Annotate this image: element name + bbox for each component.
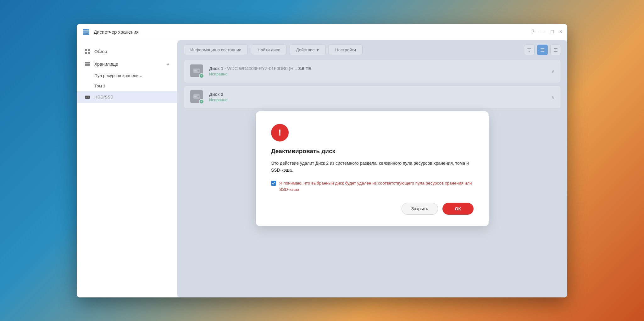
sidebar-item-hdd[interactable]: HDD/SSD bbox=[77, 91, 177, 103]
app-window: Диспетчер хранения ? — □ × Обзор bbox=[77, 24, 567, 297]
app-title: Диспетчер хранения bbox=[94, 29, 531, 35]
close-button[interactable]: × bbox=[559, 29, 562, 34]
sidebar: Обзор Хранилище ∧ Пул ресурсов хранени..… bbox=[77, 40, 177, 297]
svg-point-3 bbox=[88, 29, 88, 30]
svg-rect-10 bbox=[85, 64, 90, 66]
help-button[interactable]: ? bbox=[531, 29, 534, 34]
svg-rect-2 bbox=[83, 33, 89, 35]
svg-rect-7 bbox=[85, 52, 87, 54]
sidebar-hdd-label: HDD/SSD bbox=[94, 95, 114, 99]
svg-rect-5 bbox=[85, 49, 87, 51]
dialog-checkbox-label: Я понимаю, что выбранный диск будет удал… bbox=[279, 180, 474, 193]
dialog-overlay: ! Деактивировать диск Это действие удали… bbox=[177, 40, 567, 297]
sidebar-overview-label: Обзор bbox=[94, 49, 107, 54]
overview-icon bbox=[84, 48, 91, 55]
svg-point-12 bbox=[88, 97, 89, 98]
svg-rect-9 bbox=[85, 62, 90, 64]
sidebar-pool-label: Пул ресурсов хранени... bbox=[94, 73, 142, 78]
hdd-icon bbox=[84, 94, 91, 100]
window-controls: ? — □ × bbox=[531, 29, 562, 34]
svg-rect-8 bbox=[88, 52, 90, 54]
dialog-buttons: Закрыть ОК bbox=[271, 203, 474, 215]
right-panel: Информация о состоянии Найти диск Действ… bbox=[177, 40, 567, 297]
dialog-checkbox-row: Я понимаю, что выбранный диск будет удал… bbox=[271, 180, 474, 193]
storage-icon bbox=[84, 61, 91, 67]
storage-chevron-icon: ∧ bbox=[167, 62, 169, 66]
main-content: Обзор Хранилище ∧ Пул ресурсов хранени..… bbox=[77, 40, 567, 297]
svg-rect-6 bbox=[88, 49, 90, 51]
minimize-button[interactable]: — bbox=[540, 29, 545, 34]
svg-point-4 bbox=[88, 31, 88, 32]
sidebar-volume-label: Том 1 bbox=[94, 84, 105, 88]
sidebar-item-overview[interactable]: Обзор bbox=[77, 45, 177, 58]
sidebar-item-pool[interactable]: Пул ресурсов хранени... bbox=[77, 70, 177, 81]
app-icon bbox=[82, 27, 91, 36]
dialog: ! Деактивировать диск Это действие удали… bbox=[256, 111, 489, 226]
maximize-button[interactable]: □ bbox=[551, 29, 554, 34]
dialog-body: Это действие удалит Диск 2 из системного… bbox=[271, 160, 474, 174]
dialog-warning-icon: ! bbox=[271, 124, 289, 141]
sidebar-section-storage[interactable]: Хранилище ∧ bbox=[77, 58, 177, 70]
sidebar-item-volume[interactable]: Том 1 bbox=[77, 81, 177, 91]
sidebar-storage-label: Хранилище bbox=[94, 62, 118, 67]
title-bar: Диспетчер хранения ? — □ × bbox=[77, 24, 567, 40]
svg-rect-13 bbox=[86, 97, 87, 97]
dialog-checkbox[interactable] bbox=[271, 181, 276, 186]
dialog-ok-button[interactable]: ОК bbox=[442, 203, 474, 215]
dialog-title: Деактивировать диск bbox=[271, 148, 474, 155]
dialog-close-button[interactable]: Закрыть bbox=[402, 203, 438, 215]
